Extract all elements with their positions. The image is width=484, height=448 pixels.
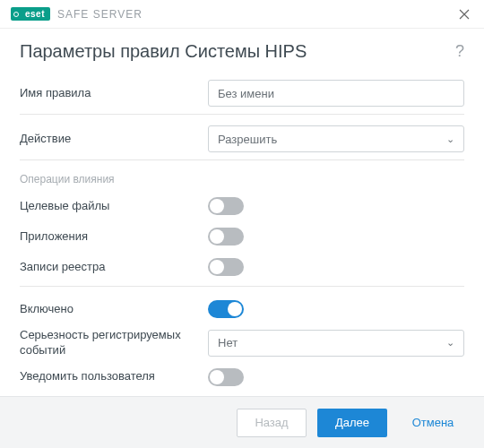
help-icon[interactable]: ? (455, 42, 464, 61)
registry-toggle[interactable] (208, 258, 244, 276)
notify-toggle[interactable] (208, 368, 244, 386)
close-icon[interactable] (454, 4, 475, 25)
target-files-toggle[interactable] (208, 197, 244, 215)
notify-label: Уведомить пользователя (20, 369, 208, 384)
severity-select-value: Нет (218, 336, 238, 349)
ops-section-heading: Операции влияния (20, 173, 464, 185)
enabled-label: Включено (20, 302, 208, 317)
footer: Назад Далее Отмена (0, 396, 484, 448)
action-select[interactable]: Разрешить ⌄ (208, 125, 464, 152)
brand-badge: eset (11, 7, 50, 21)
applications-label: Приложения (20, 229, 208, 245)
chevron-down-icon: ⌄ (446, 134, 454, 145)
action-label: Действие (20, 132, 208, 147)
rule-name-input[interactable] (208, 80, 464, 107)
severity-select[interactable]: Нет ⌄ (208, 330, 464, 357)
back-button[interactable]: Назад (237, 409, 307, 437)
severity-label: Серьезность регистрируемых событий (20, 328, 208, 358)
enabled-toggle[interactable] (208, 300, 244, 318)
next-button[interactable]: Далее (317, 409, 387, 437)
app-name: SAFE SERVER (57, 8, 143, 21)
chevron-down-icon: ⌄ (446, 337, 454, 349)
action-select-value: Разрешить (218, 133, 277, 146)
dialog-title: Параметры правил Системы HIPS (20, 41, 455, 62)
rule-name-label: Имя правила (20, 86, 208, 101)
target-files-label: Целевые файлы (20, 199, 208, 214)
applications-toggle[interactable] (208, 228, 244, 246)
titlebar: eset SAFE SERVER (0, 0, 484, 29)
registry-label: Записи реестра (20, 260, 208, 275)
cancel-button[interactable]: Отмена (398, 409, 468, 437)
